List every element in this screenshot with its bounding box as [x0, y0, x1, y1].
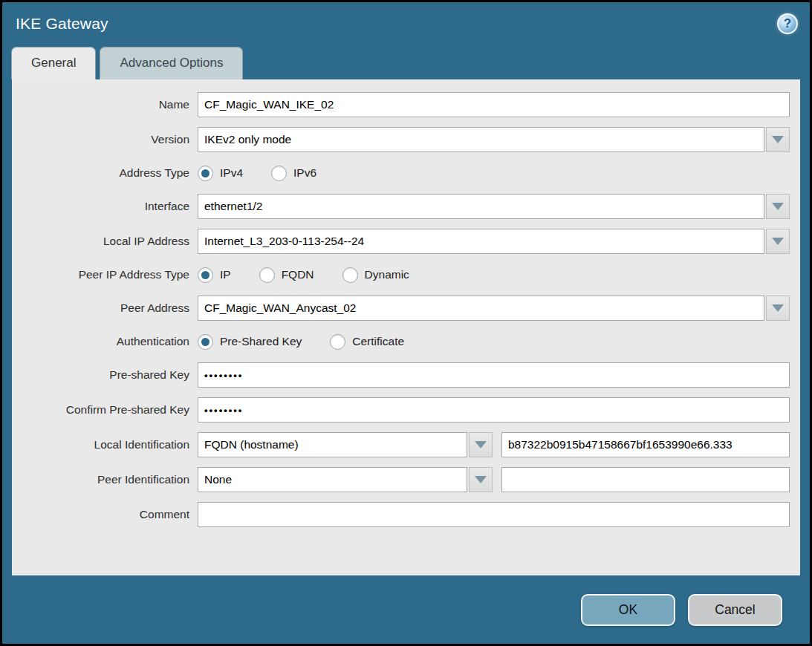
radio-option-pre-shared-key[interactable]: Pre-Shared Key: [198, 334, 302, 350]
radio-option-certificate[interactable]: Certificate: [330, 334, 404, 350]
dialog-titlebar: IKE Gateway ?: [2, 2, 810, 44]
psk-label: Pre-shared Key: [12, 368, 198, 382]
peer-id-dropdown-button[interactable]: [469, 467, 493, 492]
version-label: Version: [12, 133, 198, 146]
version-row: Version IKEv2 only mode: [12, 127, 790, 152]
interface-select[interactable]: ethernet1/2: [198, 194, 764, 219]
dialog-title: IKE Gateway: [16, 15, 108, 33]
local-id-label: Local Identification: [12, 438, 198, 451]
peer-type-radio-group: IP FQDN Dynamic: [198, 264, 409, 286]
local-id-dropdown-button[interactable]: [469, 432, 493, 457]
general-tab-panel: Name CF_Magic_WAN_IKE_02 Version IKEv2 o…: [12, 79, 800, 575]
tab-advanced-options[interactable]: Advanced Options: [100, 47, 243, 79]
confirm-psk-input[interactable]: ••••••••: [198, 397, 790, 422]
authentication-radio-group: Pre-Shared Key Certificate: [198, 330, 404, 353]
interface-label: Interface: [12, 200, 198, 213]
local-ip-row: Local IP Address Internet_L3_203-0-113-2…: [12, 229, 790, 254]
name-label: Name: [12, 98, 198, 111]
name-row: Name CF_Magic_WAN_IKE_02: [12, 92, 790, 117]
peer-address-dropdown-button[interactable]: [766, 296, 790, 321]
psk-input[interactable]: ••••••••: [198, 362, 790, 388]
version-dropdown-button[interactable]: [766, 127, 790, 152]
authentication-label: Authentication: [12, 335, 198, 348]
local-ip-dropdown-button[interactable]: [766, 229, 790, 254]
psk-row: Pre-shared Key ••••••••: [12, 362, 790, 388]
tab-bar: General Advanced Options: [2, 44, 810, 79]
ike-gateway-dialog: IKE Gateway ? General Advanced Options N…: [0, 0, 812, 646]
comment-label: Comment: [12, 508, 198, 521]
peer-id-row: Peer Identification None: [12, 467, 790, 492]
ok-button[interactable]: OK: [581, 594, 675, 626]
radio-option-dynamic[interactable]: Dynamic: [342, 267, 409, 283]
radio-icon: [198, 334, 213, 350]
address-type-label: Address Type: [12, 166, 198, 180]
name-input[interactable]: CF_Magic_WAN_IKE_02: [198, 92, 790, 117]
local-id-row: Local Identification FQDN (hostname) b87…: [12, 432, 790, 457]
interface-dropdown-button[interactable]: [766, 194, 790, 219]
confirm-psk-label: Confirm Pre-shared Key: [12, 403, 198, 417]
chevron-down-icon: [772, 136, 784, 143]
interface-row: Interface ethernet1/2: [12, 194, 790, 219]
peer-id-type-select[interactable]: None: [198, 467, 467, 492]
peer-address-row: Peer Address CF_Magic_WAN_Anycast_02: [12, 296, 790, 321]
chevron-down-icon: [772, 238, 784, 245]
local-ip-label: Local IP Address: [12, 235, 198, 248]
radio-icon: [330, 334, 345, 350]
confirm-psk-row: Confirm Pre-shared Key ••••••••: [12, 397, 790, 422]
radio-icon: [198, 267, 213, 283]
peer-id-label: Peer Identification: [12, 473, 198, 486]
peer-type-label: Peer IP Address Type: [12, 268, 198, 281]
tab-general[interactable]: General: [11, 47, 96, 79]
help-icon[interactable]: ?: [777, 13, 798, 34]
local-ip-select[interactable]: Internet_L3_203-0-113-254--24: [198, 229, 764, 254]
peer-type-row: Peer IP Address Type IP FQDN Dynamic: [12, 264, 790, 286]
local-id-value-input[interactable]: b87322b0915b47158667bf1653990e66.333: [501, 432, 790, 457]
radio-icon: [271, 166, 287, 181]
chevron-down-icon: [475, 476, 487, 483]
cancel-button[interactable]: Cancel: [688, 594, 782, 626]
peer-id-value-input[interactable]: [501, 467, 790, 492]
radio-icon: [198, 166, 213, 181]
radio-option-ip[interactable]: IP: [198, 267, 231, 283]
local-id-type-select[interactable]: FQDN (hostname): [198, 432, 467, 457]
comment-row: Comment: [12, 502, 790, 527]
radio-option-fqdn[interactable]: FQDN: [259, 267, 314, 283]
chevron-down-icon: [772, 304, 784, 312]
peer-address-label: Peer Address: [12, 301, 198, 315]
radio-option-ipv6[interactable]: IPv6: [271, 166, 316, 181]
authentication-row: Authentication Pre-Shared Key Certificat…: [12, 330, 790, 353]
address-type-row: Address Type IPv4 IPv6: [12, 162, 790, 184]
chevron-down-icon: [772, 203, 784, 210]
dialog-footer: OK Cancel: [2, 575, 810, 644]
radio-option-ipv4[interactable]: IPv4: [198, 166, 243, 181]
radio-icon: [259, 267, 275, 283]
peer-address-select[interactable]: CF_Magic_WAN_Anycast_02: [198, 296, 764, 321]
version-select[interactable]: IKEv2 only mode: [198, 127, 764, 152]
address-type-radio-group: IPv4 IPv6: [198, 162, 316, 184]
chevron-down-icon: [475, 441, 487, 448]
comment-input[interactable]: [198, 502, 790, 527]
radio-icon: [342, 267, 358, 283]
